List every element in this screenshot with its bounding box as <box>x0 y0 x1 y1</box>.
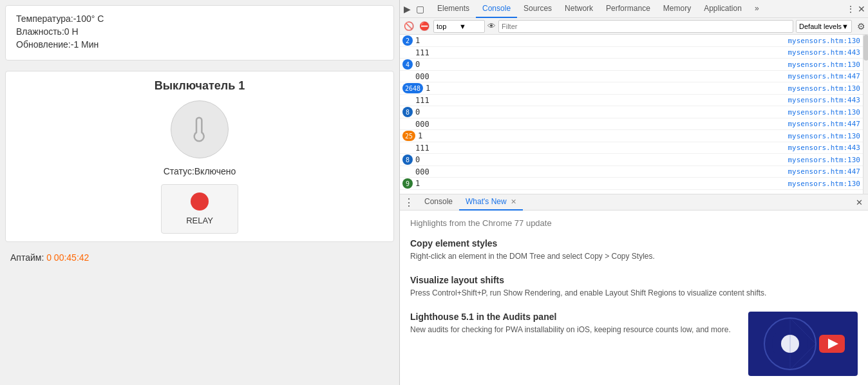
tab-application[interactable]: Application <box>697 0 748 18</box>
whats-new-text: Lighthouse 5.1 in the Audits panel New a… <box>410 312 738 376</box>
log-link[interactable]: mysensors.htm:130 <box>788 156 860 164</box>
devtools-topbar: ▶ ▢ Elements Console Sources Network Per… <box>400 0 868 18</box>
log-badge: 8 <box>402 155 413 165</box>
log-row: 000 mysensors.htm:447 <box>400 118 863 130</box>
relay-label: RELAY <box>186 216 213 225</box>
eye-icon[interactable]: 👁 <box>487 21 496 31</box>
log-badge: 25 <box>402 131 415 141</box>
levels-chevron-icon: ▼ <box>842 23 849 30</box>
whats-new-text: Visualize layout shifts Press Control+Sh… <box>410 275 858 299</box>
context-select[interactable]: top ▼ <box>433 20 485 33</box>
log-link[interactable]: mysensors.htm:130 <box>788 84 860 93</box>
sensor-card: Температура:-100° С Влажность:0 Н Обновл… <box>5 5 394 61</box>
switch-icon-circle[interactable] <box>171 100 229 158</box>
uptime-bar: Аптайм: 0 00:45:42 <box>0 247 399 268</box>
chrome-logo-svg <box>761 315 819 373</box>
scrollbar-thumb <box>863 35 868 61</box>
log-message: 0 <box>415 108 785 117</box>
tab-memory[interactable]: Memory <box>657 0 697 18</box>
humidity-label: Влажность:0 Н <box>16 26 383 37</box>
log-badge: 2648 <box>402 83 423 93</box>
update-label: Обновление:-1 Мин <box>16 39 383 50</box>
bottom-tab-close-icon[interactable]: ✕ <box>511 198 516 206</box>
log-link[interactable]: mysensors.htm:447 <box>788 167 860 176</box>
whats-new-thumbnail[interactable] <box>748 312 858 376</box>
console-log[interactable]: 2 1 mysensors.htm:130 111 mysensors.htm:… <box>400 35 863 194</box>
tab-console[interactable]: Console <box>476 0 517 18</box>
tab-performance[interactable]: Performance <box>599 0 657 18</box>
log-link[interactable]: mysensors.htm:443 <box>788 144 860 152</box>
inspect-icon[interactable]: ▢ <box>415 4 426 14</box>
log-link[interactable]: mysensors.htm:443 <box>788 96 860 104</box>
bottom-panel-close-icon[interactable]: ✕ <box>851 198 868 207</box>
context-dropdown-icon: ▼ <box>459 23 482 30</box>
log-link[interactable]: mysensors.htm:130 <box>788 108 860 117</box>
devtools-topbar-right: ⋮ ✕ <box>846 4 865 14</box>
log-row: 8 0 mysensors.htm:130 <box>400 154 863 166</box>
log-link[interactable]: mysensors.htm:130 <box>788 180 860 188</box>
console-toolbar: 🚫 ⛔ top ▼ 👁 Default levels ▼ ⚙ <box>400 18 868 35</box>
log-link[interactable]: mysensors.htm:443 <box>788 48 860 57</box>
bottom-tab-console-label: Console <box>424 197 453 206</box>
bottom-tabs-dots-icon[interactable]: ⋮ <box>400 196 418 209</box>
log-message: 111 <box>402 144 785 153</box>
whats-new-desc: New audits for checking for PWA installa… <box>410 324 738 335</box>
switch-status: Статус:Включено <box>164 166 236 176</box>
tab-elements[interactable]: Elements <box>431 0 476 18</box>
log-message: 000 <box>402 120 785 129</box>
whats-new-item: Lighthouse 5.1 in the Audits panel New a… <box>410 312 858 376</box>
clear-icon[interactable]: ⛔ <box>418 21 431 31</box>
tab-more[interactable]: » <box>748 0 766 18</box>
context-label: top <box>437 23 459 30</box>
uptime-label: Аптайм: <box>10 252 44 263</box>
log-badge: 2 <box>402 35 413 46</box>
filter-input[interactable] <box>498 20 793 33</box>
log-row: 4 0 mysensors.htm:130 <box>400 59 863 71</box>
whats-new-desc: Right-click an element in the DOM Tree a… <box>410 251 858 262</box>
log-row: 111 mysensors.htm:443 <box>400 142 863 154</box>
relay-indicator <box>191 192 209 211</box>
log-message: 111 <box>402 48 785 57</box>
settings-icon[interactable]: ⚙ <box>857 21 865 32</box>
console-scrollbar[interactable] <box>863 35 868 194</box>
console-area: 2 1 mysensors.htm:130 111 mysensors.htm:… <box>400 35 868 194</box>
log-message: 0 <box>415 60 785 69</box>
more-options-icon[interactable]: ⋮ <box>846 4 855 14</box>
log-badge: 8 <box>402 107 413 117</box>
bottom-tab-whats-new[interactable]: What's New ✕ <box>459 194 523 211</box>
log-link[interactable]: mysensors.htm:130 <box>788 132 860 140</box>
temperature-label: Температура:-100° С <box>16 14 383 24</box>
log-link[interactable]: mysensors.htm:447 <box>788 72 860 80</box>
default-levels-dropdown[interactable]: Default levels ▼ <box>796 20 852 33</box>
log-message: 1 <box>426 84 785 93</box>
log-message: 1 <box>418 131 785 140</box>
relay-block[interactable]: RELAY <box>161 184 238 234</box>
log-message: 1 <box>415 179 785 188</box>
whats-new-title: Copy element styles <box>410 238 858 249</box>
log-link[interactable]: mysensors.htm:130 <box>788 37 860 45</box>
log-message: 000 <box>402 167 785 176</box>
log-link[interactable]: mysensors.htm:447 <box>788 120 860 128</box>
log-message: 111 <box>402 96 785 105</box>
bottom-tab-console[interactable]: Console <box>418 194 459 211</box>
block-icon[interactable]: 🚫 <box>402 21 415 31</box>
log-row: 2648 1 mysensors.htm:130 <box>400 82 863 95</box>
log-message: 1 <box>415 36 785 45</box>
log-badge: 9 <box>402 178 413 189</box>
log-row: 2 1 mysensors.htm:130 <box>400 35 863 47</box>
log-message: 0 <box>415 155 785 164</box>
bottom-tabs-bar: ⋮ Console What's New ✕ ✕ <box>400 194 868 211</box>
log-row: 8 0 mysensors.htm:130 <box>400 106 863 118</box>
close-devtools-icon[interactable]: ✕ <box>858 4 865 14</box>
uptime-value: 0 00:45:42 <box>46 252 89 263</box>
whats-new-desc: Press Control+Shift+P, run Show Renderin… <box>410 288 858 299</box>
switch-title: Выключатель 1 <box>155 79 245 93</box>
tab-network[interactable]: Network <box>558 0 599 18</box>
whats-new-text: Copy element styles Right-click an eleme… <box>410 238 858 262</box>
whats-new-header: Highlights from the Chrome 77 update <box>410 218 858 228</box>
cursor-icon[interactable]: ▶ <box>402 4 412 14</box>
whats-new-title: Visualize layout shifts <box>410 275 858 285</box>
log-link[interactable]: mysensors.htm:130 <box>788 61 860 69</box>
tab-sources[interactable]: Sources <box>517 0 558 18</box>
youtube-play-button[interactable] <box>819 335 845 353</box>
